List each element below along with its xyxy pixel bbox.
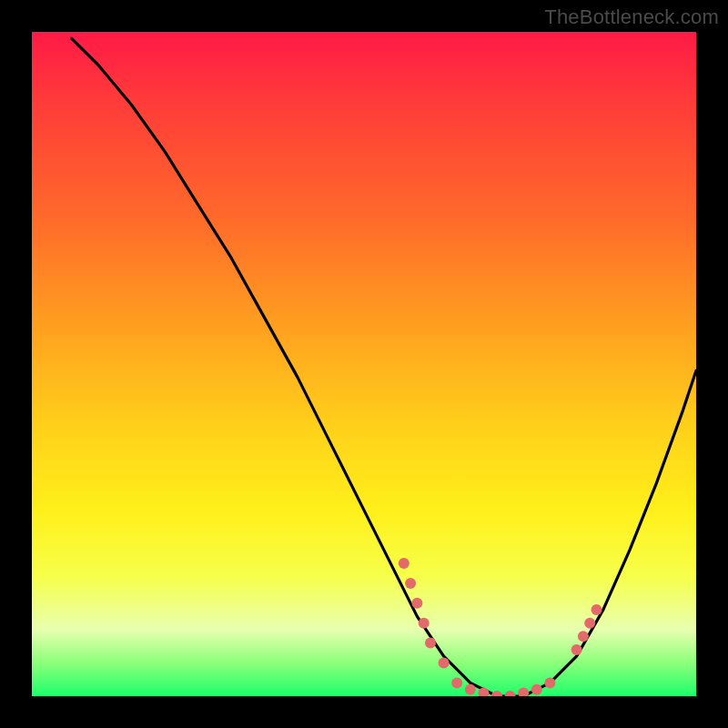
chart-frame: TheBottleneck.com — [0, 0, 728, 728]
chart-svg — [32, 32, 696, 696]
data-point — [578, 631, 589, 642]
data-point — [505, 691, 516, 696]
chart-plot-area — [32, 32, 696, 696]
data-point — [425, 638, 436, 649]
data-point — [531, 684, 542, 695]
data-point — [451, 677, 462, 688]
data-point — [399, 558, 410, 569]
data-point — [491, 691, 502, 696]
data-point — [419, 618, 430, 629]
data-point — [439, 658, 450, 669]
data-point — [405, 578, 416, 589]
watermark-text: TheBottleneck.com — [544, 5, 719, 29]
data-point — [571, 644, 582, 655]
data-point — [411, 598, 422, 609]
bottleneck-curve — [72, 38, 696, 696]
data-point — [544, 677, 555, 688]
data-point — [518, 687, 529, 696]
data-point — [465, 684, 476, 695]
data-point — [584, 618, 595, 629]
data-point — [592, 604, 602, 615]
